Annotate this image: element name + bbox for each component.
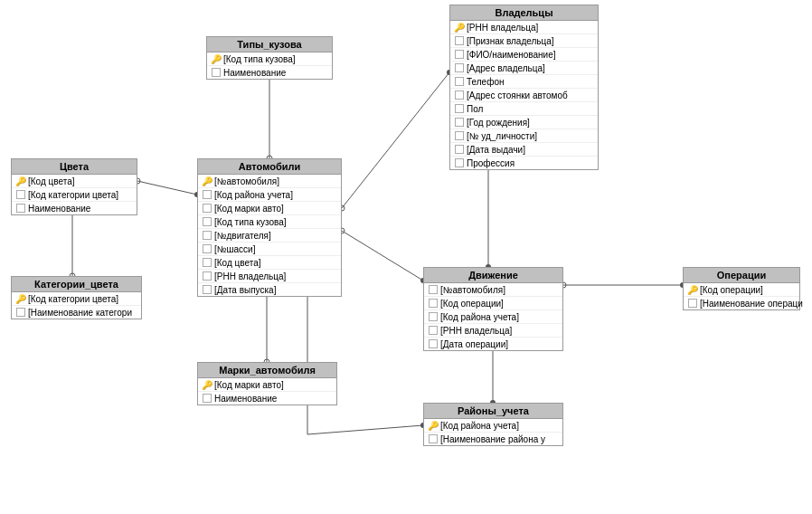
- field-icon: [428, 338, 439, 349]
- key-icon: 🔑: [211, 53, 222, 64]
- table-row: [ФИО/наименование]: [450, 48, 598, 62]
- field-name-label: [№автомобиля]: [440, 285, 505, 295]
- field-name-label: [№шасси]: [214, 244, 255, 254]
- table-row: [Год рождения]: [450, 116, 598, 129]
- field-icon: [454, 157, 465, 168]
- table-row: [РНН владельца]: [424, 324, 562, 338]
- table-row: [Адрес стоянки автомоб: [450, 89, 598, 102]
- svg-line-12: [342, 72, 449, 208]
- svg-line-28: [307, 425, 423, 434]
- field-icon: [15, 307, 26, 318]
- table-row: [Код цвета]: [198, 256, 341, 270]
- field-name-label: [РНН владельца]: [440, 326, 512, 336]
- table-header-operacii: Операции: [684, 268, 799, 283]
- field-name-label: Наименование: [214, 394, 277, 404]
- field-name-label: [Код типа кузова]: [214, 217, 287, 227]
- field-icon: [454, 62, 465, 73]
- field-icon: [428, 284, 439, 295]
- field-name-label: [Код района учета]: [440, 421, 519, 431]
- field-name-label: [Дата выдачи]: [467, 145, 525, 155]
- field-icon: [202, 243, 212, 254]
- field-name-label: [№автомобиля]: [214, 176, 279, 186]
- field-icon: [428, 433, 439, 444]
- key-icon: 🔑: [202, 379, 212, 390]
- table-header-rayony_ucheta: Районы_учета: [424, 404, 562, 419]
- table-row: [Код типа кузова]: [198, 215, 341, 229]
- field-name-label: [Код операции]: [440, 299, 504, 309]
- table-vladeltsy: Владельцы🔑[РНН владельца][Признак владел…: [449, 5, 599, 170]
- field-icon: [15, 203, 26, 214]
- field-name-label: [Наименование категори: [28, 308, 132, 318]
- table-row: 🔑[Код операции]: [684, 283, 799, 297]
- table-tipy_kuzova: Типы_кузова🔑[Код типа кузова]Наименовани…: [206, 36, 333, 80]
- table-row: Наименование: [207, 66, 332, 79]
- table-header-tipy_kuzova: Типы_кузова: [207, 37, 332, 52]
- table-body-marki: 🔑[Код марки авто]Наименование: [198, 378, 336, 405]
- field-name-label: [Наименование района у: [440, 434, 545, 444]
- field-name-label: [Код операции]: [700, 285, 763, 295]
- table-body-kategorii_cveta: 🔑[Код категории цвета][Наименование кате…: [12, 292, 141, 319]
- table-header-vladeltsy: Владельцы: [450, 5, 598, 21]
- field-icon: [202, 203, 212, 214]
- table-row: [Код района учета]: [424, 310, 562, 324]
- field-name-label: [Код категории цвета]: [28, 190, 118, 200]
- table-header-avtomobili: Автомобили: [198, 159, 341, 175]
- field-name-label: [РНН владельца]: [467, 23, 538, 33]
- table-body-operacii: 🔑[Код операции][Наименование операци: [684, 283, 799, 309]
- field-icon: [428, 311, 439, 322]
- svg-line-3: [137, 181, 197, 195]
- table-body-rayony_ucheta: 🔑[Код района учета][Наименование района …: [424, 419, 562, 445]
- key-icon: 🔑: [202, 176, 212, 186]
- key-icon: 🔑: [454, 22, 465, 33]
- table-avtomobili: Автомобили🔑[№автомобиля][Код района учет…: [197, 158, 342, 297]
- table-row: [Признак владельца]: [450, 34, 598, 48]
- table-row: 🔑[Код района учета]: [424, 419, 562, 433]
- field-name-label: [Код района учета]: [214, 190, 293, 200]
- field-icon: [454, 90, 465, 100]
- key-icon: 🔑: [428, 420, 439, 431]
- table-row: 🔑[Код категории цвета]: [12, 292, 141, 306]
- field-icon: [454, 130, 465, 141]
- field-icon: [202, 230, 212, 241]
- field-icon: [428, 325, 439, 336]
- table-row: [Наименование операци: [684, 297, 799, 309]
- table-row: [Адрес владельца]: [450, 62, 598, 75]
- key-icon: 🔑: [15, 176, 26, 186]
- field-icon: [454, 76, 465, 87]
- field-icon: [202, 284, 212, 295]
- table-row: 🔑[РНН владельца]: [450, 21, 598, 34]
- field-icon: [15, 189, 26, 200]
- field-icon: [211, 67, 222, 78]
- table-body-dvizhenie: [№автомобиля][Код операции][Код района у…: [424, 283, 562, 350]
- table-body-avtomobili: 🔑[№автомобиля][Код района учета][Код мар…: [198, 175, 341, 296]
- field-name-label: [ФИО/наименование]: [467, 50, 556, 60]
- table-row: [Код района учета]: [198, 188, 341, 202]
- field-icon: [202, 271, 212, 281]
- table-header-cveta: Цвета: [12, 159, 137, 175]
- field-icon: [454, 144, 465, 155]
- field-name-label: [Наименование операци: [700, 299, 803, 309]
- table-row: 🔑[Код типа кузова]: [207, 52, 332, 66]
- field-icon: [454, 35, 465, 46]
- svg-line-15: [342, 231, 423, 281]
- diagram-canvas: Владельцы🔑[РНН владельца][Признак владел…: [0, 0, 812, 514]
- field-name-label: [РНН владельца]: [214, 271, 286, 281]
- table-row: [Дата выпуска]: [198, 283, 341, 296]
- table-row: [Наименование района у: [424, 433, 562, 445]
- table-row: 🔑[Код цвета]: [12, 175, 137, 188]
- field-icon: [454, 103, 465, 114]
- field-name-label: Телефон: [467, 77, 504, 87]
- table-row: [№автомобиля]: [424, 283, 562, 297]
- field-name-label: [Код марки авто]: [214, 380, 284, 390]
- table-row: Телефон: [450, 75, 598, 89]
- field-name-label: Профессия: [467, 158, 515, 168]
- table-row: Наименование: [198, 392, 336, 405]
- table-header-kategorii_cveta: Категории_цвета: [12, 277, 141, 292]
- table-row: [Код операции]: [424, 297, 562, 310]
- table-body-tipy_kuzova: 🔑[Код типа кузова]Наименование: [207, 52, 332, 79]
- table-rayony_ucheta: Районы_учета🔑[Код района учета][Наименов…: [423, 403, 563, 446]
- table-row: [Дата операции]: [424, 338, 562, 350]
- field-icon: [202, 393, 212, 404]
- table-row: 🔑[№автомобиля]: [198, 175, 341, 188]
- field-name-label: [Адрес стоянки автомоб: [467, 90, 568, 100]
